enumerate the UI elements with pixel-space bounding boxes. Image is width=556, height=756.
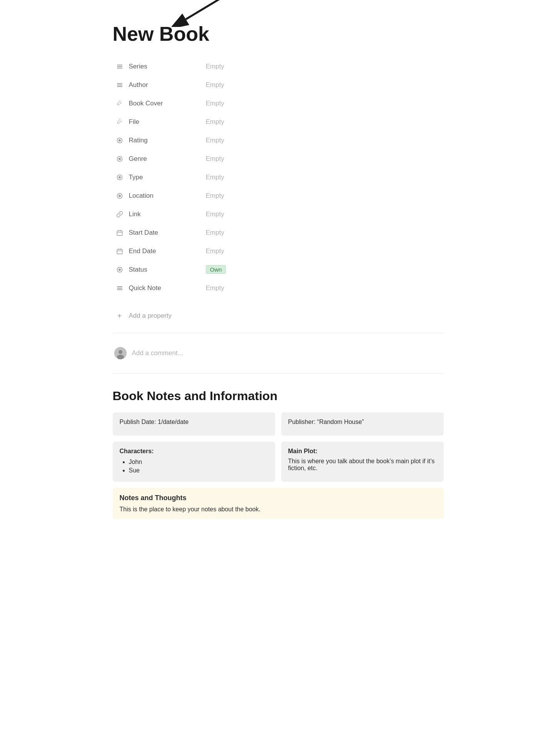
svg-rect-16 [117,231,122,235]
property-name-location: Location [129,192,206,200]
link-icon [114,209,125,220]
svg-point-24 [119,350,122,354]
circle-dot-icon-genre [114,154,125,164]
svg-rect-5 [117,83,122,84]
svg-rect-3 [117,66,122,67]
svg-rect-2 [117,65,122,65]
main-plot-title: Main Plot: [288,448,437,455]
comment-area[interactable]: Add a comment... [113,341,444,365]
circle-dot-icon-status [114,264,125,275]
property-row-quick-note[interactable]: Quick Note Empty [113,279,444,297]
calendar-icon-start [114,227,125,238]
svg-line-1 [186,0,282,19]
notes-grid-row2: Characters: John Sue Main Plot: This is … [113,442,444,482]
svg-rect-20 [117,286,122,287]
property-value-link: Empty [206,210,442,218]
property-name-start-date: Start Date [129,229,206,237]
property-row-rating[interactable]: Rating Empty [113,131,444,150]
publisher-cell[interactable]: Publisher: “Random House” [281,412,444,436]
status-badge[interactable]: Own [206,265,226,274]
property-name-genre: Genre [129,155,206,163]
property-name-end-date: End Date [129,247,206,255]
property-name-series: Series [129,63,206,70]
svg-rect-21 [117,288,122,289]
circle-dot-icon-location [114,190,125,201]
svg-point-19 [119,269,121,271]
calendar-icon-end [114,246,125,257]
property-row-author[interactable]: Author Empty [113,76,444,94]
properties-list: Series Empty Author Empty Book Cover [113,57,444,297]
svg-rect-17 [117,249,122,254]
property-name-quick-note: Quick Note [129,284,206,292]
add-property-button[interactable]: + Add a property [113,307,444,325]
property-name-file: File [129,118,206,126]
property-value-series: Empty [206,63,442,70]
property-value-file: Empty [206,118,442,126]
property-value-status[interactable]: Own [206,266,442,274]
svg-point-11 [119,158,121,160]
property-row-status[interactable]: Status Own [113,260,444,279]
divider-2 [113,373,444,374]
property-row-start-date[interactable]: Start Date Empty [113,224,444,242]
characters-list: John Sue [120,459,268,474]
section-title: Book Notes and Information [113,389,444,403]
property-value-quick-note: Empty [206,284,442,292]
publish-date-cell[interactable]: Publish Date: 1/date/date [113,412,275,436]
property-row-file[interactable]: File Empty [113,113,444,131]
svg-rect-6 [117,85,122,85]
property-row-location[interactable]: Location Empty [113,187,444,205]
character-item-1: Sue [129,467,268,474]
property-name-author: Author [129,81,206,89]
main-plot-cell[interactable]: Main Plot: This is where you talk about … [281,442,444,482]
divider-1 [113,333,444,333]
lines-icon [114,61,125,72]
lines-icon-quick-note [114,283,125,294]
svg-point-25 [117,355,124,359]
notes-thoughts-title: Notes and Thoughts [120,494,437,502]
svg-point-9 [119,139,121,142]
property-value-type: Empty [206,174,442,181]
property-value-author: Empty [206,81,442,89]
circle-dot-icon-type [114,172,125,183]
svg-rect-7 [117,86,122,87]
property-name-rating: Rating [129,137,206,144]
property-name-book-cover: Book Cover [129,100,206,107]
property-value-rating: Empty [206,137,442,144]
add-property-label: Add a property [129,312,172,320]
property-name-type: Type [129,174,206,181]
property-row-end-date[interactable]: End Date Empty [113,242,444,260]
notes-grid-row1: Publish Date: 1/date/date Publisher: “Ra… [113,412,444,436]
avatar [114,347,127,359]
property-name-link: Link [129,210,206,218]
property-row-type[interactable]: Type Empty [113,168,444,187]
svg-point-13 [119,176,121,179]
lines-icon-author [114,80,125,90]
property-name-status: Status [129,266,206,274]
property-value-book-cover: Empty [206,100,442,107]
comment-placeholder[interactable]: Add a comment... [132,349,183,357]
property-row-link[interactable]: Link Empty [113,205,444,224]
svg-rect-4 [117,68,122,68]
characters-title: Characters: [120,448,268,455]
characters-cell[interactable]: Characters: John Sue [113,442,275,482]
page-title: New Book [113,23,209,45]
property-value-genre: Empty [206,155,442,163]
character-item-0: John [129,459,268,466]
paperclip-icon-cover [114,98,125,109]
plus-icon: + [114,310,125,321]
property-row-genre[interactable]: Genre Empty [113,150,444,168]
main-plot-content: This is where you talk about the book’s … [288,458,437,472]
notes-thoughts-cell[interactable]: Notes and Thoughts This is the place to … [113,488,444,519]
notes-thoughts-content: This is the place to keep your notes abo… [120,506,437,513]
paperclip-icon-file [114,117,125,127]
property-value-start-date: Empty [206,229,442,237]
svg-point-15 [119,195,121,197]
property-row-book-cover[interactable]: Book Cover Empty [113,94,444,113]
property-row-series[interactable]: Series Empty [113,57,444,76]
property-value-end-date: Empty [206,247,442,255]
svg-rect-22 [117,289,122,290]
circle-dot-icon-rating [114,135,125,146]
property-value-location: Empty [206,192,442,200]
